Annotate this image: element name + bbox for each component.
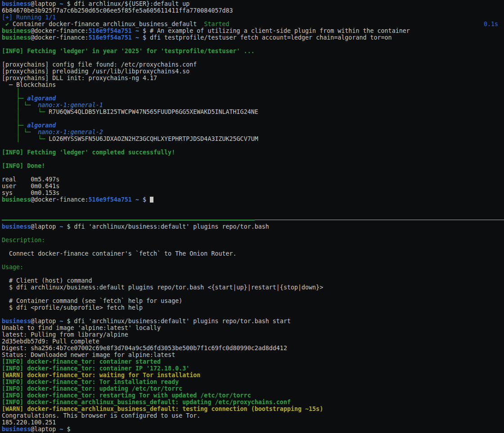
prompt-host: @laptop — [31, 223, 59, 230]
subprofile-name: nano:x-1:general-1 — [38, 102, 103, 108]
terminal-line — [2, 210, 504, 216]
description-text: Connect docker-finance container's `fetc… — [2, 250, 237, 257]
terminal-line: business@laptop ~ $ dfi 'archlinux/busin… — [2, 223, 504, 230]
elapsed-time: 0.1s — [484, 21, 498, 27]
prompt-host: @docker-finance: — [31, 34, 88, 41]
terminal-line: 6b84670be3b925f7a7c6b250d65c06ee5f85fe5a… — [2, 7, 504, 14]
tree-branch: │ └─ — [16, 108, 49, 115]
proxychains-message: [proxychains] preloading /usr/lib/libpro… — [2, 68, 189, 75]
terminal-line — [2, 291, 504, 298]
terminal-line: $ dfi <profile/subprofile> fetch help — [2, 304, 504, 311]
terminal-line: # Client (host) command — [2, 277, 504, 284]
usage-command: $ dfi <profile/subprofile> fetch help — [2, 304, 143, 311]
prompt-user: business — [2, 318, 31, 325]
prompt-user: business — [2, 34, 31, 41]
terminal-line — [2, 169, 504, 176]
text-segment: $ — [139, 196, 150, 203]
prompt-host: @laptop — [31, 0, 59, 7]
prompt-user: business — [2, 223, 31, 230]
docker-output: Unable to find image 'alpine:latest' loc… — [2, 325, 161, 331]
terminal-line: ├─ algorand — [2, 95, 504, 102]
terminal-line: Connect docker-finance container's `fetc… — [2, 250, 504, 257]
tree-root-label: ─ Blockchains — [2, 81, 56, 88]
info-message: [INFO] Fetching 'ledger' completed succe… — [2, 149, 175, 156]
terminal-screen[interactable]: business@laptop ~ $ dfi archlinux/${USER… — [0, 0, 504, 433]
terminal-line: [INFO] Fetching 'ledger' in year '2025' … — [2, 48, 504, 54]
info-message: [INFO] Fetching 'ledger' in year '2025' … — [2, 48, 255, 54]
terminal-line: [WARN] docker-finance_archlinux_business… — [2, 406, 504, 412]
container-id: 516e9f54a751 — [89, 196, 132, 203]
terminal-line: Digest: sha256:4b7ce07002c69e8f3d704a9c5… — [2, 345, 504, 352]
docker-output: Status: Downloaded newer image for alpin… — [2, 352, 175, 358]
time-real: real 0m5.497s — [2, 176, 59, 183]
tree-branch: │ — [16, 115, 20, 122]
terminal-line: [proxychains] DLL init: proxychains-ng 4… — [2, 75, 504, 81]
text-segment — [132, 27, 135, 34]
prompt-host: @laptop — [31, 426, 59, 433]
prompt-user: business — [2, 27, 31, 34]
prompt-path: ~ — [135, 27, 139, 34]
terminal-line: business@docker-finance:516e9f54a751 ~ $… — [2, 27, 504, 34]
terminal-line: Description: — [2, 237, 504, 244]
terminal-line: real 0m5.497s — [2, 176, 504, 183]
address-value: LO26MYSSWSFN5U6JDXAOZN2HZ3GCQHLXYEPHRTPJ… — [49, 135, 258, 142]
text-segment — [2, 102, 16, 108]
terminal-line: [proxychains] config file found: /etc/pr… — [2, 61, 504, 68]
terminal-line: 185.220.100.251 — [2, 419, 504, 426]
docker-output: 2d35ebdb57d9: Pull complete — [2, 338, 99, 345]
terminal-line: [INFO] docker-finance_tor: restarting To… — [2, 392, 504, 399]
terminal-line: [WARN] docker-finance_tor: waiting for T… — [2, 372, 504, 379]
terminal-line — [2, 54, 504, 61]
time-sys: sys 0m0.153s — [2, 189, 59, 196]
terminal-line: Usage: — [2, 264, 504, 271]
terminal-line — [2, 156, 504, 162]
info-message: [INFO] docker-finance_tor: container sta… — [2, 358, 161, 365]
text-segment — [2, 95, 16, 102]
command-text: $ dfi testprofile/testuser fetch account… — [139, 34, 392, 41]
terminal-line: sys 0m0.153s — [2, 189, 504, 196]
terminal-line: business@laptop ~ $ dfi 'archlinux/busin… — [2, 318, 504, 325]
tree-branch: │ └─ — [16, 102, 38, 108]
container-id: 516e9f54a751 — [89, 27, 132, 34]
prompt-host: @laptop — [31, 318, 59, 325]
container-state: Started — [204, 21, 229, 27]
section-heading: Usage: — [2, 264, 23, 271]
docker-output: latest: Pulling from library/alpine — [2, 331, 128, 338]
address-value: R7U6QWS4QLDB5YLBI25TWCPW47N565FUUDP6GG5X… — [49, 108, 258, 115]
terminal-line — [2, 311, 504, 318]
terminal-line — [2, 41, 504, 48]
tree-branch: ├─ — [16, 122, 27, 129]
terminal-line: latest: Pulling from library/alpine — [2, 331, 504, 338]
terminal-line: ─ Blockchains — [2, 81, 504, 88]
terminal-line — [2, 244, 504, 250]
proxychains-message: [proxychains] DLL init: proxychains-ng 4… — [2, 75, 157, 81]
terminal-line: ├─ algorand — [2, 122, 504, 129]
terminal-line — [2, 203, 504, 210]
text-segment — [2, 135, 16, 142]
info-message: [INFO] Done! — [2, 162, 45, 169]
terminal-line: [+] Running 1/1 — [2, 14, 504, 21]
terminal-line: ✔ Container docker-finance_archlinux_bus… — [2, 21, 504, 27]
terminal-line: user 0m0.641s — [2, 183, 504, 189]
info-message: [INFO] docker-finance_tor: container IP … — [2, 365, 189, 372]
prompt-path: ~ — [135, 34, 139, 41]
prompt-user: business — [2, 426, 31, 433]
terminal-line: [INFO] Fetching 'ledger' completed succe… — [2, 149, 504, 156]
info-message: [INFO] docker-finance_tor: updating /etc… — [2, 385, 182, 392]
usage-comment: # Client (host) command — [2, 277, 92, 284]
info-message: [INFO] docker-finance_archlinux_business… — [2, 399, 291, 406]
terminal-line: $ dfi archlinux/business:default plugins… — [2, 284, 504, 291]
text-segment — [132, 196, 135, 203]
command-text: $ dfi 'archlinux/business:default' plugi… — [63, 318, 291, 325]
terminal-line: │ └─ R7U6QWS4QLDB5YLBI25TWCPW47N565FUUDP… — [2, 108, 504, 115]
prompt-host: @docker-finance: — [31, 196, 88, 203]
tree-branch: │ — [16, 88, 20, 95]
terminal-line — [2, 142, 504, 149]
container-id: 516e9f54a751 — [89, 34, 132, 41]
text-segment — [132, 34, 135, 41]
terminal-line: [INFO] docker-finance_tor: Tor installat… — [2, 379, 504, 385]
terminal-line: [INFO] docker-finance_tor: container IP … — [2, 365, 504, 372]
terminal-line: # Container command (see `fetch` help fo… — [2, 298, 504, 304]
terminal-line: business@laptop ~ $ dfi archlinux/${USER… — [2, 0, 504, 7]
compose-status: [+] Running 1/1 — [2, 14, 56, 21]
